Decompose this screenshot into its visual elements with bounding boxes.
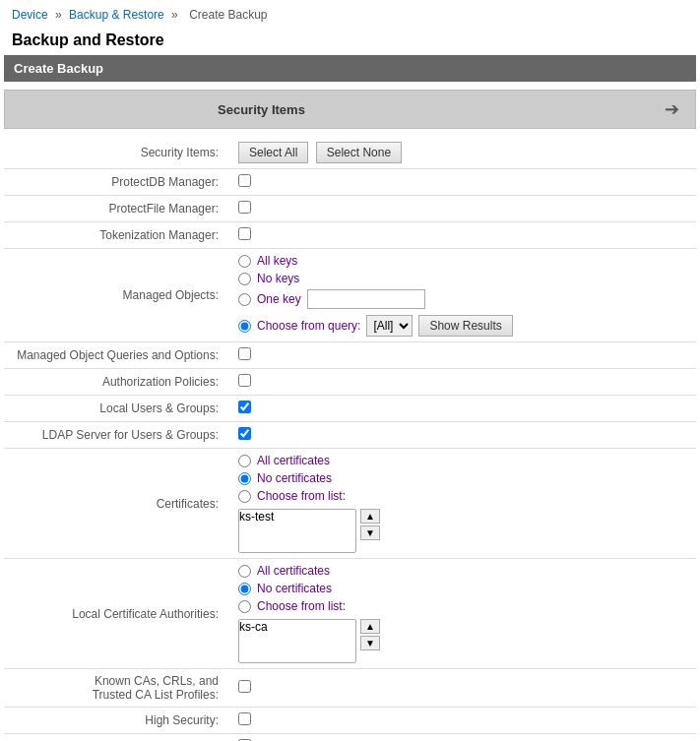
authorization-policies-label: Authorization Policies:: [4, 369, 230, 396]
authorization-policies-checkbox[interactable]: [238, 374, 251, 387]
section-header: Create Backup: [4, 55, 696, 82]
one-key-label: One key: [257, 292, 301, 306]
cert-down-button[interactable]: ▼: [360, 525, 380, 540]
security-items-bar: Security Items ➔: [4, 90, 696, 129]
one-key-input[interactable]: [307, 289, 425, 309]
local-ca-row: Local Certificate Authorities: All certi…: [4, 559, 696, 669]
security-items-label: Security Items:: [4, 137, 230, 169]
cert-all-label: All certificates: [257, 454, 330, 467]
local-ca-choose-radio[interactable]: [238, 600, 251, 613]
cert-choose-label: Choose from list:: [257, 489, 346, 503]
protectfile-row: ProtectFile Manager:: [4, 196, 696, 222]
show-results-button[interactable]: Show Results: [418, 315, 512, 337]
authorization-policies-row: Authorization Policies:: [4, 369, 696, 396]
ldap-row: LDAP Server for Users & Groups:: [4, 422, 696, 449]
local-ca-up-button[interactable]: ▲: [360, 619, 380, 634]
local-users-row: Local Users & Groups:: [4, 396, 696, 422]
cert-all-radio[interactable]: [238, 455, 251, 467]
page-title: Backup and Restore: [4, 26, 696, 55]
all-keys-radio[interactable]: [238, 255, 251, 268]
managed-objects-row: Managed Objects: All keys No keys One ke…: [4, 249, 696, 342]
ldap-checkbox[interactable]: [238, 427, 251, 440]
protectfile-checkbox[interactable]: [238, 201, 251, 214]
fips-row: FIPS Status Server:: [4, 734, 696, 741]
high-security-checkbox[interactable]: [238, 712, 251, 725]
one-key-radio[interactable]: [238, 293, 251, 306]
fips-label: FIPS Status Server:: [4, 734, 230, 741]
select-all-button[interactable]: Select All: [238, 142, 308, 163]
local-ca-all-label: All certificates: [257, 564, 330, 578]
managed-objects-radio-group: All keys No keys One key Choose from que…: [238, 254, 688, 337]
high-security-row: High Security:: [4, 708, 696, 734]
security-items-row: Security Items: Select All Select None: [4, 137, 696, 169]
local-ca-all-radio[interactable]: [238, 565, 251, 578]
protectfile-label: ProtectFile Manager:: [4, 196, 230, 222]
choose-from-query-label: Choose from query:: [257, 319, 360, 333]
ldap-label: LDAP Server for Users & Groups:: [4, 422, 230, 449]
local-users-label: Local Users & Groups:: [4, 396, 230, 422]
local-users-checkbox[interactable]: [238, 401, 251, 413]
no-keys-label: No keys: [257, 272, 299, 285]
choose-from-query-radio[interactable]: [238, 320, 251, 333]
high-security-label: High Security:: [4, 708, 230, 734]
managed-object-queries-row: Managed Object Queries and Options:: [4, 342, 696, 369]
local-ca-down-button[interactable]: ▼: [360, 636, 380, 650]
certificates-radio-group: All certificates No certificates Choose …: [238, 454, 688, 553]
certificates-label: Certificates:: [4, 449, 230, 559]
query-select[interactable]: [All]: [366, 315, 413, 337]
local-ca-no-label: No certificates: [257, 582, 332, 595]
local-ca-list[interactable]: ks-ca: [238, 619, 356, 663]
breadcrumb-device[interactable]: Device: [12, 8, 48, 22]
cert-list[interactable]: ks-test: [238, 509, 356, 553]
cert-no-label: No certificates: [257, 471, 332, 485]
local-ca-list-item: ks-ca: [239, 620, 355, 634]
local-ca-no-radio[interactable]: [238, 583, 251, 595]
breadcrumb-backup-restore[interactable]: Backup & Restore: [69, 8, 164, 22]
breadcrumb-current: Create Backup: [189, 8, 267, 22]
cert-choose-radio[interactable]: [238, 490, 251, 503]
local-ca-choose-label: Choose from list:: [257, 599, 346, 613]
protectdb-label: ProtectDB Manager:: [4, 169, 230, 196]
no-keys-radio[interactable]: [238, 273, 251, 285]
arrow-icon: ➔: [665, 98, 679, 120]
tokenization-row: Tokenization Manager:: [4, 222, 696, 249]
managed-object-queries-label: Managed Object Queries and Options:: [4, 342, 230, 369]
local-ca-radio-group: All certificates No certificates Choose …: [238, 564, 688, 663]
cert-up-button[interactable]: ▲: [360, 509, 380, 524]
cert-list-item: ks-test: [239, 510, 355, 524]
tokenization-label: Tokenization Manager:: [4, 222, 230, 249]
local-ca-label: Local Certificate Authorities:: [4, 559, 230, 669]
certificates-row: Certificates: All certificates No certif…: [4, 449, 696, 559]
all-keys-label: All keys: [257, 254, 297, 268]
breadcrumb: Device » Backup & Restore » Create Backu…: [4, 4, 696, 26]
known-cas-checkbox[interactable]: [238, 680, 251, 693]
tokenization-checkbox[interactable]: [238, 227, 251, 240]
known-cas-label: Known CAs, CRLs, and Trusted CA List Pro…: [4, 669, 230, 708]
managed-object-queries-checkbox[interactable]: [238, 347, 251, 360]
managed-objects-label: Managed Objects:: [4, 249, 230, 342]
form-table: Security Items: Select All Select None P…: [4, 137, 696, 741]
security-items-bar-title: Security Items: [218, 102, 305, 117]
select-none-button[interactable]: Select None: [316, 142, 402, 163]
protectdb-row: ProtectDB Manager:: [4, 169, 696, 196]
protectdb-checkbox[interactable]: [238, 174, 251, 187]
known-cas-row: Known CAs, CRLs, and Trusted CA List Pro…: [4, 669, 696, 708]
cert-no-radio[interactable]: [238, 472, 251, 485]
